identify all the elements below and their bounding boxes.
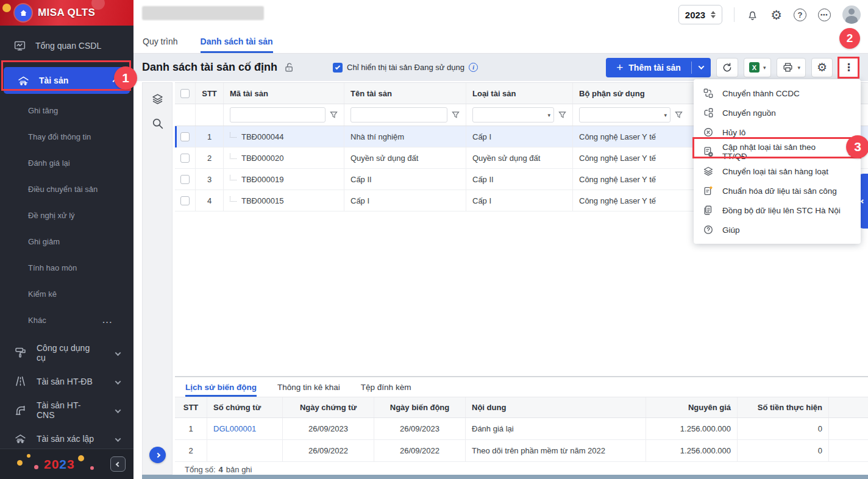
row-checkbox[interactable] <box>180 175 190 184</box>
sidebar-subitem-thay-doi-thong-tin[interactable]: Thay đổi thông tin <box>0 124 133 150</box>
sidebar: MISA QLTS Tổng quan CSDL Tài sản Ghi tăn… <box>0 0 133 479</box>
group-layers-icon[interactable] <box>143 87 172 111</box>
sidebar-subitem-dieu-chuyen-tai-san[interactable]: Điều chuyển tài sản <box>0 176 133 202</box>
menu-item-cap-nhat-loai-tai-san[interactable]: Cập nhật loại tài sản theo TT/QĐ <box>694 142 861 161</box>
document-link[interactable]: DGL000001 <box>213 424 256 433</box>
detail-panel: Lịch sử biến động Thông tin kê khai Tệp … <box>175 376 868 462</box>
detail-row[interactable]: 2 26/09/2022 26/09/2022 Theo dõi trên ph… <box>175 440 868 462</box>
sidebar-subitem-ghi-tang[interactable]: Ghi tăng <box>0 98 133 124</box>
menu-item-chuyen-loai-hang-loat[interactable]: Chuyển loại tài sản hàng loạt <box>694 161 861 181</box>
sidebar-subitem-de-nghi-xu-ly[interactable]: Đề nghị xử lý <box>0 202 133 229</box>
col-header-name[interactable]: Tên tài sản <box>344 83 466 104</box>
cell-stt: 2 <box>175 440 207 461</box>
export-excel-button[interactable]: X ▾ <box>744 58 772 77</box>
menu-item-giup[interactable]: Giúp <box>694 220 861 240</box>
filter-select-type[interactable]: ▾ <box>472 107 554 122</box>
notifications-bell-icon[interactable] <box>746 9 759 21</box>
subitem-label: Tính hao mòn <box>28 263 77 272</box>
settings-gear-icon[interactable]: ⚙ <box>770 9 782 21</box>
select-all-checkbox[interactable] <box>180 89 190 98</box>
tree-expander[interactable] <box>230 196 237 202</box>
decoration-coin <box>27 454 30 458</box>
col-header-code[interactable]: Mã tài sản <box>224 83 344 104</box>
detail-row[interactable]: 1 DGL000001 26/09/2023 26/09/2023 Đánh g… <box>175 418 868 440</box>
subitem-label: Khác <box>28 316 46 325</box>
row-checkbox[interactable] <box>180 132 190 141</box>
detail-tab-ke-khai[interactable]: Thông tin kê khai <box>277 377 340 397</box>
app-logo <box>15 4 32 21</box>
menu-item-chuan-hoa-du-lieu[interactable]: Chuẩn hóa dữ liệu tài sản công <box>694 181 861 200</box>
sidebar-item-tai-san-ht-db[interactable]: Tài sản HT-ĐB <box>0 367 133 396</box>
unlock-icon[interactable] <box>283 62 295 73</box>
cell-stt: 1 <box>175 418 207 439</box>
cell-type: Quyền sử dụng đất <box>466 147 573 168</box>
filter-select-dept[interactable]: ▾ <box>579 107 671 122</box>
cell-code: TBĐ000019 <box>224 169 344 190</box>
cell-stt: 3 <box>196 169 224 190</box>
subitem-label: Đánh giá lại <box>28 158 70 168</box>
more-actions-button[interactable]: ⋮ <box>838 58 859 77</box>
menu-item-chuyen-nguon[interactable]: Chuyển nguồn <box>694 103 861 122</box>
tree-expander[interactable] <box>230 154 237 159</box>
sidebar-item-overview[interactable]: Tổng quan CSDL <box>0 32 133 59</box>
sidebar-item-assets[interactable]: Tài sản <box>4 67 130 94</box>
sidebar-subitem-tinh-hao-mon[interactable]: Tính hao mòn <box>0 255 133 281</box>
filter-input-code[interactable] <box>230 107 326 122</box>
add-asset-dropdown[interactable] <box>692 58 711 77</box>
filter-input-name[interactable] <box>350 107 447 122</box>
next-page-button[interactable] <box>149 447 166 463</box>
sidebar-item-cong-cu-dung-cu[interactable]: Công cụ dụng cụ <box>0 338 133 367</box>
menu-item-chuyen-thanh-ccdc[interactable]: Chuyển thành CCDC <box>694 83 861 103</box>
sidebar-collapse-button[interactable] <box>110 456 126 472</box>
sidebar-subitem-kiem-ke[interactable]: Kiểm kê <box>0 281 133 307</box>
filter-funnel-icon[interactable] <box>452 111 460 119</box>
cell-stt: 2 <box>196 147 224 168</box>
help-circle-icon <box>702 224 714 235</box>
add-asset-button[interactable]: +Thêm tài sản <box>606 58 711 77</box>
print-button[interactable]: ▾ <box>777 58 806 77</box>
menu-item-label: Chuyển loại tài sản hàng loạt <box>722 167 828 176</box>
subitem-label: Ghi giảm <box>28 237 60 246</box>
annotation-badge-3: 3 <box>846 135 868 158</box>
info-icon[interactable]: i <box>469 63 478 72</box>
sidebar-item-tai-san-ht-cns[interactable]: Tài sản HT-CNS <box>0 396 133 424</box>
menu-item-dong-bo-stc[interactable]: Đồng bộ dữ liệu lên STC Hà Nội <box>694 200 861 220</box>
add-asset-label: Thêm tài sản <box>628 63 681 73</box>
filter-funnel-icon[interactable] <box>330 111 338 119</box>
sidebar-item-label: Tổng quan CSDL <box>35 41 101 51</box>
sidebar-item-label: Tài sản HT-ĐB <box>37 377 93 386</box>
detail-tab-lich-su[interactable]: Lịch sử biến động <box>185 377 257 397</box>
filter-funnel-icon[interactable] <box>558 111 566 119</box>
fiscal-year-selector[interactable]: 2023 <box>678 5 722 24</box>
tree-expander[interactable] <box>230 175 237 180</box>
row-checkbox[interactable] <box>180 154 190 163</box>
sidebar-subitem-ghi-giam[interactable]: Ghi giảm <box>0 229 133 255</box>
kebab-icon: ⋮ <box>844 61 854 74</box>
year-stepper[interactable] <box>711 11 716 18</box>
search-icon[interactable] <box>143 111 172 135</box>
refresh-button[interactable] <box>716 58 738 77</box>
checkbox-checked[interactable] <box>333 63 343 73</box>
annotation-badge-2: 2 <box>839 28 860 49</box>
page-title: Danh sách tài sản cố định <box>142 61 277 74</box>
list-toolbar: Danh sách tài sản cố định Chỉ hiển thị t… <box>133 54 868 81</box>
more-options-icon[interactable]: ⋯ <box>818 9 831 21</box>
cell-stt: 4 <box>196 190 224 211</box>
detail-tab-dinh-kem[interactable]: Tệp đính kèm <box>361 377 411 397</box>
row-checkbox[interactable] <box>180 196 190 205</box>
col-header-type[interactable]: Loại tài sản <box>466 83 573 104</box>
filter-funnel-icon[interactable] <box>675 111 683 119</box>
tree-expander[interactable] <box>230 132 237 138</box>
user-avatar[interactable] <box>842 5 861 24</box>
tab-danh-sach-tai-san[interactable]: Danh sách tài sản <box>201 29 273 53</box>
tab-label: Lịch sử biến động <box>185 383 257 392</box>
menu-item-huy-lo[interactable]: Hủy lô <box>694 122 861 142</box>
page-tabs: Quy trình Danh sách tài sản <box>133 29 868 54</box>
grid-settings-button[interactable]: ⚙ <box>811 58 833 77</box>
sidebar-subitem-danh-gia-lai[interactable]: Đánh giá lại <box>0 150 133 176</box>
help-icon[interactable]: ? <box>794 9 806 21</box>
sidebar-subitem-khac[interactable]: Khác ... <box>0 307 133 333</box>
col-header-stt[interactable]: STT <box>196 83 224 104</box>
filter-in-use-checkbox[interactable]: Chỉ hiển thị tài sản Đang sử dụng i <box>333 63 478 73</box>
tab-quy-trinh[interactable]: Quy trình <box>143 29 178 53</box>
